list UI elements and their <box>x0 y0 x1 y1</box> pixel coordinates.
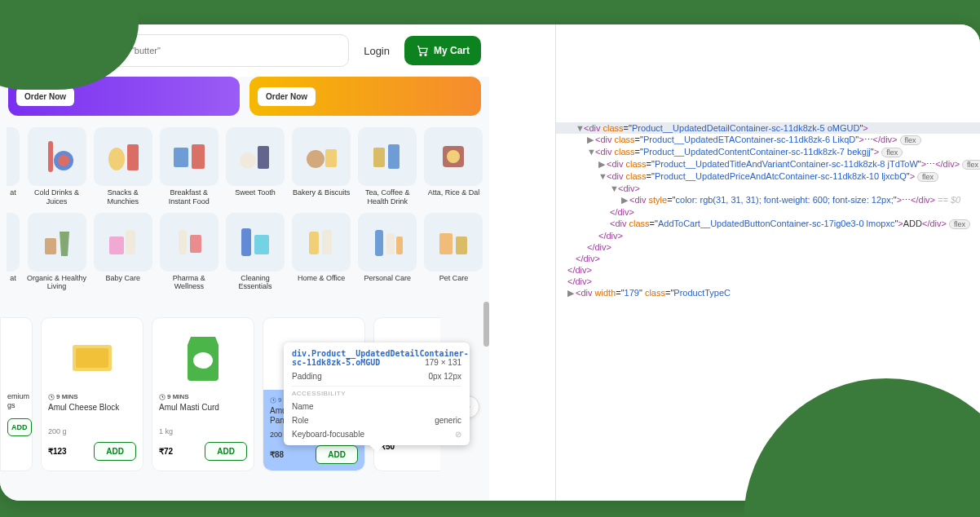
storefront-view: utes ev Nagar, Ah… ▼ Login My Cart Order… <box>0 24 489 501</box>
add-button[interactable]: ADD <box>94 442 136 461</box>
devtools-line[interactable]: ▶<div width="179" class="ProductTypeC <box>556 287 980 299</box>
svg-rect-24 <box>241 228 251 256</box>
category-item[interactable]: Pet Care <box>423 213 484 292</box>
category-item[interactable]: Atta, Rice & Dal <box>423 127 484 206</box>
category-item[interactable]: Organic & Healthy Living <box>26 213 87 292</box>
devtools-line[interactable]: ▼<div class="Product__UpdatedPriceAndAtc… <box>556 170 980 183</box>
category-grid-2: at Organic & Healthy Living Baby Care Ph… <box>0 210 489 295</box>
search-input[interactable] <box>100 46 340 55</box>
product-card[interactable]: 9 MINS Amul Cheese Block 200 g ₹123ADD <box>41 317 143 471</box>
product-price: ₹72 <box>159 447 173 456</box>
category-item[interactable]: Personal Care <box>357 213 418 292</box>
product-image <box>48 325 136 390</box>
svg-rect-16 <box>388 144 400 169</box>
clock-icon <box>159 394 166 400</box>
login-link[interactable]: Login <box>355 45 398 57</box>
add-button[interactable]: ADD <box>205 442 247 461</box>
product-title: Amul Cheese Block <box>48 403 136 422</box>
category-item[interactable]: Pharma & Wellness <box>158 213 219 292</box>
cart-icon <box>416 44 429 57</box>
product-card[interactable]: 9 MINS Amul Masti Curd 1 kg ₹72ADD <box>152 317 254 471</box>
svg-rect-23 <box>190 235 201 253</box>
devtools-line[interactable]: <div class="AddToCart__UpdatedButtonCont… <box>556 218 980 230</box>
devtools-line[interactable]: ▶<div style="color: rgb(31, 31, 31); fon… <box>556 194 980 206</box>
svg-point-6 <box>58 155 69 166</box>
product-card[interactable]: emium gs ADD <box>0 317 33 471</box>
svg-rect-21 <box>126 230 135 254</box>
svg-rect-20 <box>109 236 124 254</box>
devtools-line[interactable]: ▶<div class="Product__UpdatedETAContaine… <box>556 134 980 146</box>
svg-rect-30 <box>396 236 403 254</box>
svg-rect-34 <box>76 348 108 368</box>
svg-point-36 <box>193 352 213 369</box>
devtools-line[interactable]: </div> <box>556 276 980 287</box>
devtools-line[interactable]: </div> <box>556 264 980 276</box>
product-title: Amul Masti Curd <box>159 403 247 422</box>
svg-rect-14 <box>325 149 337 167</box>
product-weight: 1 kg <box>159 427 247 435</box>
svg-point-18 <box>447 150 460 163</box>
category-item[interactable]: Baby Care <box>92 213 153 292</box>
devtools-line[interactable]: ▼<div class="Product__UpdatedDetailConta… <box>556 122 980 134</box>
eta-badge: 9 MINS <box>159 393 247 400</box>
category-item[interactable]: Tea, Coffee & Health Drink <box>357 127 418 206</box>
svg-point-7 <box>108 148 125 170</box>
promo-cta[interactable]: Order Now <box>258 87 316 106</box>
category-item[interactable]: Cleaning Essentials <box>224 213 285 292</box>
devtools-line[interactable]: ▶<div class="Product__UpdatedTitleAndVar… <box>556 158 980 170</box>
svg-rect-15 <box>373 148 385 167</box>
svg-rect-10 <box>192 144 205 169</box>
devtools-line[interactable]: ▼<div class="Product__UpdatedContentCont… <box>556 146 980 158</box>
devtools-line[interactable]: </div> <box>556 230 980 241</box>
svg-rect-31 <box>439 233 452 254</box>
middle-gap <box>489 24 556 501</box>
product-weight: 200 g <box>48 427 136 435</box>
svg-point-11 <box>240 152 256 169</box>
svg-rect-27 <box>322 230 332 254</box>
category-item[interactable]: at <box>5 213 21 292</box>
category-item[interactable]: Bakery & Biscuits <box>291 127 352 206</box>
cart-button[interactable]: My Cart <box>404 36 481 65</box>
svg-rect-25 <box>254 235 269 254</box>
category-grid-1: at Cold Drinks & Juices Snacks & Munchie… <box>0 124 489 210</box>
category-item[interactable]: Sweet Tooth <box>224 127 285 206</box>
svg-point-13 <box>307 150 324 168</box>
add-button[interactable]: ADD <box>316 445 358 464</box>
tooltip-dimensions: 179 × 131 <box>425 358 461 367</box>
scrollbar-thumb[interactable] <box>483 302 489 347</box>
product-price: ₹123 <box>48 447 67 456</box>
svg-rect-26 <box>309 232 319 254</box>
category-item[interactable]: Cold Drinks & Juices <box>26 127 87 206</box>
category-item[interactable]: Snacks & Munchies <box>92 127 153 206</box>
svg-rect-28 <box>375 230 383 256</box>
svg-rect-19 <box>45 238 56 254</box>
category-item[interactable]: Breakfast & Instant Food <box>158 127 219 206</box>
devtools-line[interactable]: ▼<div> <box>556 183 980 194</box>
svg-rect-22 <box>179 230 187 254</box>
clock-icon <box>270 397 276 404</box>
svg-point-3 <box>425 54 426 55</box>
svg-rect-32 <box>456 236 467 254</box>
devtools-line[interactable]: </div> <box>556 241 980 253</box>
promo-banner-2[interactable]: Order Now <box>249 77 481 116</box>
svg-rect-29 <box>386 233 395 254</box>
svg-rect-4 <box>48 141 53 172</box>
add-button[interactable]: ADD <box>7 418 32 436</box>
eta-badge: 9 MINS <box>48 393 136 400</box>
product-price: ₹88 <box>270 450 284 459</box>
category-item[interactable]: Home & Office <box>291 213 352 292</box>
devtools-line[interactable]: </div> <box>556 206 980 218</box>
category-item[interactable]: at <box>5 127 21 206</box>
svg-point-2 <box>420 54 422 55</box>
svg-rect-12 <box>258 146 269 169</box>
devtools-line[interactable]: </div> <box>556 253 980 264</box>
product-image <box>159 325 247 390</box>
clock-icon <box>48 394 55 400</box>
inspector-tooltip: div.Product__UpdatedDetailContainer-sc-1… <box>284 342 470 445</box>
svg-rect-9 <box>174 148 188 167</box>
svg-rect-8 <box>127 144 139 170</box>
